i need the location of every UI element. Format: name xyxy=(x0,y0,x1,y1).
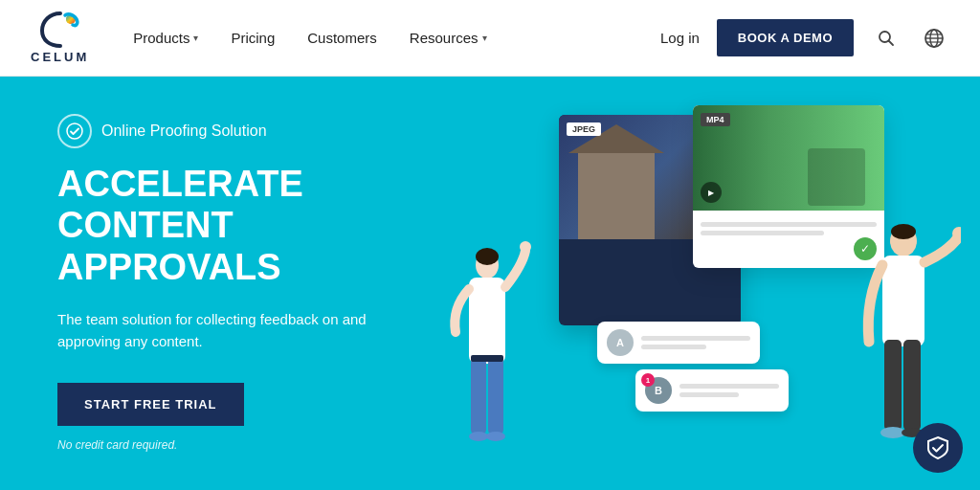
svg-rect-15 xyxy=(488,358,503,434)
svg-line-3 xyxy=(889,40,894,45)
navbar: CELUM Products ▾ Pricing Customers Resou… xyxy=(0,0,980,77)
notification-dot: 1 xyxy=(641,373,655,387)
hero-content: Online Proofing Solution ACCELERATE CONT… xyxy=(0,114,421,454)
resources-chevron-icon: ▾ xyxy=(482,33,487,43)
nav-products[interactable]: Products ▾ xyxy=(120,22,212,54)
person-left-illustration xyxy=(434,184,540,490)
no-credit-card-text: No credit card required. xyxy=(57,438,177,452)
logo-wordmark: CELUM xyxy=(31,50,89,64)
nav-pricing[interactable]: Pricing xyxy=(217,22,288,54)
hero-description: The team solution for collecting feedbac… xyxy=(57,308,383,353)
avatar-container-2: B 1 xyxy=(645,377,672,404)
building-shape xyxy=(578,153,655,239)
comment-line-2a xyxy=(679,384,779,389)
shield-check-icon xyxy=(924,434,951,461)
hero-section: Online Proofing Solution ACCELERATE CONT… xyxy=(0,77,980,490)
svg-rect-23 xyxy=(884,340,902,431)
hero-badge: Online Proofing Solution xyxy=(57,114,421,148)
play-icon: ▶ xyxy=(701,182,722,203)
svg-rect-18 xyxy=(471,355,503,362)
logo[interactable]: CELUM xyxy=(31,11,89,64)
comment-bubble-2: B 1 xyxy=(635,369,789,412)
nav-links: Products ▾ Pricing Customers Resources ▾ xyxy=(120,22,660,54)
mp4-label: MP4 xyxy=(701,113,730,126)
shield-badge xyxy=(913,423,963,473)
comment-line-2b xyxy=(679,392,739,397)
svg-rect-24 xyxy=(903,340,921,431)
avatar-container-1: A xyxy=(607,329,634,356)
hero-illustration: JPEG ▶ MP4 ✓ A xyxy=(406,77,980,490)
svg-point-17 xyxy=(486,432,505,441)
comment-line-1a xyxy=(641,336,750,341)
start-trial-button[interactable]: START FREE TRIAL xyxy=(57,383,244,426)
search-icon[interactable] xyxy=(871,23,902,54)
svg-point-16 xyxy=(469,432,488,441)
nav-right: Log in BOOK A DEMO xyxy=(660,19,949,56)
comment-lines-2 xyxy=(679,384,779,397)
svg-point-11 xyxy=(476,248,499,265)
nav-resources[interactable]: Resources ▾ xyxy=(396,22,501,54)
globe-icon[interactable] xyxy=(919,23,949,54)
products-chevron-icon: ▾ xyxy=(193,33,198,43)
nav-customers[interactable]: Customers xyxy=(294,22,390,54)
login-link[interactable]: Log in xyxy=(660,30,700,46)
svg-rect-12 xyxy=(469,278,505,364)
svg-rect-14 xyxy=(471,358,486,434)
hero-badge-text: Online Proofing Solution xyxy=(101,122,267,140)
logo-icon xyxy=(40,11,80,48)
svg-point-20 xyxy=(891,224,916,239)
badge-check-icon xyxy=(57,114,92,148)
line-2 xyxy=(701,231,824,235)
comment-line-1b xyxy=(641,345,706,349)
comment-bubble-1: A xyxy=(597,322,760,364)
comment-lines-1 xyxy=(641,336,750,349)
book-demo-button[interactable]: BOOK A DEMO xyxy=(717,19,854,56)
svg-point-9 xyxy=(67,123,82,139)
svg-rect-21 xyxy=(882,256,924,346)
hero-title: ACCELERATE CONTENT APPROVALS xyxy=(57,164,421,289)
jpeg-label: JPEG xyxy=(567,122,601,136)
svg-point-13 xyxy=(520,241,531,253)
avatar-1: A xyxy=(607,329,634,356)
